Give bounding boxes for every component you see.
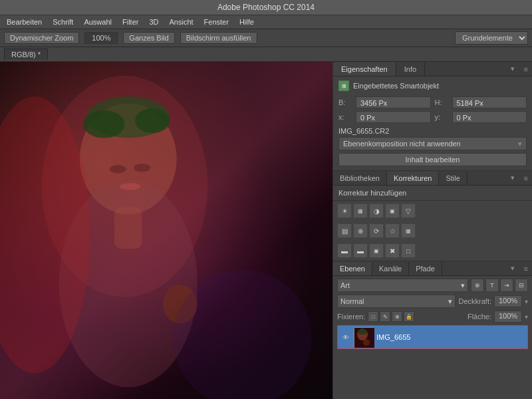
- layer-item-img6655[interactable]: 👁 IMG_6655: [337, 325, 528, 349]
- menu-bar: Bearbeiten Schrift Auswahl Filter 3D Ans…: [0, 15, 532, 29]
- zoom-input[interactable]: [84, 32, 118, 44]
- inhalt-bearbeiten-btn[interactable]: Inhalt bearbeiten: [338, 153, 527, 166]
- layers-content: Art ▾ ⊕ T ⇥ ⊟ Normal ▾: [333, 276, 532, 399]
- fläche-value[interactable]: 100%: [494, 311, 522, 323]
- prop-xy-row: x: 0 Px y: 0 Px: [338, 111, 527, 123]
- menu-3d[interactable]: 3D: [145, 17, 162, 27]
- blend-mode-select[interactable]: Normal ▾: [337, 295, 456, 308]
- adj-icon-grid-1: ☀ ▦ ◑ ▣ ▽: [333, 201, 532, 221]
- adj-gradient[interactable]: ▬: [337, 243, 352, 258]
- tab-ebenen[interactable]: Ebenen: [333, 262, 372, 275]
- svg-rect-7: [114, 207, 142, 249]
- fläche-arrow[interactable]: ▾: [525, 313, 528, 321]
- b-value[interactable]: 3456 Px: [356, 96, 431, 108]
- layers-menu-btn[interactable]: ≡: [520, 262, 532, 275]
- adj-curves[interactable]: ◑: [369, 203, 384, 218]
- layer-mask-btn[interactable]: ⊟: [515, 279, 528, 292]
- adj-hsl[interactable]: ▤: [337, 223, 352, 238]
- adj-threshold[interactable]: ✖: [385, 243, 400, 258]
- adj-invert[interactable]: ▣: [369, 243, 384, 258]
- corrections-tabs: Bibliotheken Korrekturen Stile ▾ ≡: [333, 171, 532, 186]
- adj-solid[interactable]: ▬: [353, 243, 368, 258]
- smart-obj-icon: ⊞: [338, 80, 349, 91]
- svg-point-3: [83, 110, 124, 138]
- tab-eigenschaften[interactable]: Eigenschaften: [333, 63, 396, 76]
- adj-rotate[interactable]: ⟳: [369, 223, 384, 238]
- fläche-section: Fläche: 100% ▾: [467, 311, 528, 323]
- workspace-select[interactable]: Grundelemente: [455, 31, 528, 45]
- y-value[interactable]: 0 Px: [452, 111, 527, 123]
- menu-filter[interactable]: Filter: [118, 17, 142, 27]
- menu-fenster[interactable]: Fenster: [200, 17, 233, 27]
- layers-collapse-btn[interactable]: ▾: [505, 261, 520, 275]
- adj-exposure[interactable]: ▣: [385, 203, 400, 218]
- fill-screen-btn[interactable]: Bildschirm ausfüllen: [180, 32, 257, 44]
- corr-menu-btn[interactable]: ≡: [520, 172, 532, 185]
- dynamic-zoom-btn[interactable]: Dynamischer Zoom: [4, 32, 79, 44]
- canvas-image: [0, 62, 332, 399]
- tab-kanäle[interactable]: Kanäle: [372, 262, 409, 275]
- properties-tabs: Eigenschaften Info ▾ ≡: [333, 62, 532, 76]
- adj-colorbalance[interactable]: ⊕: [353, 223, 368, 238]
- x-label: x:: [338, 113, 352, 121]
- tab-info[interactable]: Info: [396, 63, 425, 76]
- menu-ansicht[interactable]: Ansicht: [166, 17, 198, 27]
- h-value[interactable]: 5184 Px: [452, 96, 527, 108]
- file-tab[interactable]: RGB/8) *: [4, 49, 48, 60]
- fix-icon-lock[interactable]: □: [368, 311, 378, 322]
- menu-hilfe[interactable]: Hilfe: [235, 17, 258, 27]
- adj-vibrance[interactable]: ▽: [401, 203, 416, 218]
- art-select[interactable]: Art ▾: [337, 279, 468, 292]
- smart-obj-header: ⊞ Eingebettetes Smartobjekt: [338, 80, 527, 91]
- tab-bar: RGB/8) *: [0, 47, 532, 62]
- y-label: y:: [435, 113, 448, 121]
- tab-bibliotheken[interactable]: Bibliotheken: [333, 172, 387, 185]
- corr-collapse-btn[interactable]: ▾: [505, 171, 520, 185]
- layers-tabs: Ebenen Kanäle Pfade ▾ ≡: [333, 261, 532, 276]
- layer-visibility-eye[interactable]: 👁: [340, 332, 351, 342]
- fit-all-btn[interactable]: Ganzes Bild: [123, 32, 174, 44]
- fix-label: Fixieren:: [337, 313, 365, 321]
- canvas-area: [0, 62, 332, 399]
- adj-icon-grid-3: ▬ ▬ ▣ ✖ □: [333, 241, 532, 261]
- main-area: Eigenschaften Info ▾ ≡ ⊞ Eingebettetes S…: [0, 62, 532, 399]
- adj-icon-grid-2: ▤ ⊕ ⟳ ☆ ▦: [333, 221, 532, 241]
- fix-icon-edit[interactable]: ✎: [380, 311, 390, 322]
- title-bar: Adobe Photoshop CC 2014: [0, 0, 532, 15]
- tab-korrekturen[interactable]: Korrekturen: [387, 172, 439, 185]
- adj-levels[interactable]: ▦: [353, 203, 368, 218]
- fix-icon-move[interactable]: ⊕: [392, 311, 402, 322]
- adj-selective[interactable]: ☆: [385, 223, 400, 238]
- layer-add-btn[interactable]: ⊕: [471, 279, 484, 292]
- tab-stile[interactable]: Stile: [439, 172, 467, 185]
- layer-name: IMG_6655: [376, 333, 410, 341]
- adj-posterize[interactable]: □: [401, 243, 416, 258]
- svg-point-15: [358, 329, 367, 334]
- filename-label: IMG_6655.CR2: [338, 127, 527, 135]
- panel-collapse-btn[interactable]: ▾: [505, 62, 520, 76]
- layer-link-btn[interactable]: ⇥: [500, 279, 513, 292]
- opacity-row: Deckkraft: 100% ▾: [458, 295, 528, 307]
- tab-pfade[interactable]: Pfade: [409, 262, 442, 275]
- opacity-value[interactable]: 100%: [494, 295, 522, 307]
- h-label: H:: [435, 98, 448, 106]
- adj-pattern[interactable]: ▦: [401, 223, 416, 238]
- options-bar: Dynamischer Zoom Ganzes Bild Bildschirm …: [0, 29, 532, 47]
- panel-menu-btn[interactable]: ≡: [520, 63, 532, 76]
- opacity-arrow[interactable]: ▾: [525, 298, 528, 305]
- art-dropdown-arrow: ▾: [461, 281, 465, 290]
- corrections-panel: Bibliotheken Korrekturen Stile ▾ ≡ Korre…: [333, 171, 532, 261]
- menu-bearbeiten[interactable]: Bearbeiten: [3, 17, 46, 27]
- corr-header: Korrektur hinzufügen: [333, 186, 532, 201]
- fix-icon-all[interactable]: 🔒: [404, 311, 414, 322]
- fix-section: Fixieren: □ ✎ ⊕ 🔒: [337, 311, 414, 322]
- layer-text-btn[interactable]: T: [485, 279, 499, 292]
- menu-auswahl[interactable]: Auswahl: [80, 17, 116, 27]
- x-value[interactable]: 0 Px: [356, 111, 431, 123]
- b-label: B:: [338, 98, 352, 106]
- menu-schrift[interactable]: Schrift: [49, 17, 77, 27]
- ebenenkomposition-dropdown[interactable]: Ebenenkomposition nicht anwenden ▾: [338, 137, 527, 150]
- adj-brightness[interactable]: ☀: [337, 203, 352, 218]
- right-panel: Eigenschaften Info ▾ ≡ ⊞ Eingebettetes S…: [332, 62, 532, 399]
- fläche-label: Fläche:: [467, 313, 491, 321]
